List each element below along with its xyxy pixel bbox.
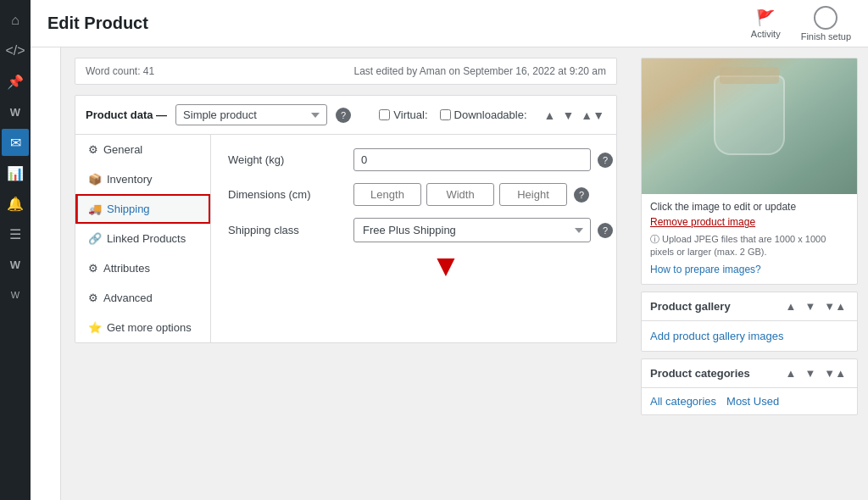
attributes-icon: ⚙ <box>88 262 98 275</box>
product-image[interactable] <box>642 58 857 194</box>
stats-icon[interactable]: 📊 <box>2 159 29 186</box>
collapse-icons: ▲ ▼ ▲▼ <box>542 107 606 124</box>
length-input[interactable] <box>353 183 421 206</box>
red-arrow-icon: ▲ <box>431 251 461 286</box>
most-used-link[interactable]: Most Used <box>726 395 779 408</box>
gallery-collapse-all-btn[interactable]: ▼▲ <box>821 299 849 314</box>
downloadable-label[interactable]: Downloadable: <box>440 108 527 121</box>
image-click-text: Click the image to edit or update <box>650 201 796 213</box>
inventory-icon: 📦 <box>88 173 102 186</box>
downloadable-checkbox[interactable] <box>440 109 451 120</box>
product-gallery-title: Product gallery <box>650 300 731 313</box>
nav-item-inventory-label: Inventory <box>107 173 152 186</box>
flag-icon: 🚩 <box>756 8 775 27</box>
how-to-prepare-link[interactable]: How to prepare images? <box>650 263 849 277</box>
gallery-collapse-up-btn[interactable]: ▲ <box>783 299 799 314</box>
content-row: Word count: 41 Last edited by Aman on Se… <box>31 47 868 500</box>
width-input[interactable] <box>426 183 494 206</box>
nav-item-attributes[interactable]: ⚙ Attributes <box>75 253 210 283</box>
product-categories-header: Product categories ▲ ▼ ▼▲ <box>642 359 857 388</box>
shipping-class-row: Shipping class No shipping class Free Pl… <box>228 218 613 242</box>
list-icon[interactable]: ☰ <box>2 220 29 247</box>
product-type-select[interactable]: Simple product Grouped product External/… <box>175 104 327 125</box>
woo-icon[interactable]: W <box>2 98 29 125</box>
collapse-all-btn[interactable]: ▲▼ <box>579 107 606 124</box>
shipping-class-select-wrapper: No shipping class Free Plus Shipping <box>353 218 591 242</box>
dimensions-row: Dimensions (cm) ? <box>228 183 613 206</box>
activity-button[interactable]: 🚩 Activity <box>751 8 781 39</box>
woo3-icon[interactable]: W <box>2 281 29 308</box>
last-edited: Last edited by Aman on September 16, 202… <box>353 65 606 77</box>
bell-icon[interactable]: 🔔 <box>2 190 29 217</box>
woo2-icon[interactable]: W <box>2 251 29 278</box>
linked-products-icon: 🔗 <box>88 232 102 245</box>
product-gallery-header: Product gallery ▲ ▼ ▼▲ <box>642 292 857 321</box>
product-categories-content: All categories Most Used <box>642 388 857 414</box>
product-type-help-icon[interactable]: ? <box>336 108 351 123</box>
product-image-actions: Click the image to edit or update Remove… <box>642 194 857 284</box>
product-image-box: Click the image to edit or update Remove… <box>641 58 858 285</box>
product-data-section: Product data — Simple product Grouped pr… <box>75 95 617 343</box>
weight-label: Weight (kg) <box>228 153 347 166</box>
admin-bar: ⌂ </> 📌 W ✉ 📊 🔔 ☰ W W <box>0 0 31 500</box>
nav-item-attributes-label: Attributes <box>103 262 150 275</box>
main-wrapper: Edit Product 🚩 Activity Finish setup Wor… <box>31 0 868 500</box>
shipping-class-select[interactable]: No shipping class Free Plus Shipping <box>353 218 591 242</box>
product-categories-box: Product categories ▲ ▼ ▼▲ All categories… <box>641 358 858 415</box>
weight-input[interactable] <box>353 148 591 171</box>
categories-collapse-down-btn[interactable]: ▼ <box>802 366 818 381</box>
product-data-label: Product data — <box>86 108 167 121</box>
nav-item-linked-products-label: Linked Products <box>107 232 186 245</box>
collapse-up-btn[interactable]: ▲ <box>542 107 558 124</box>
activity-label: Activity <box>751 29 781 39</box>
shipping-class-help-icon[interactable]: ? <box>598 223 613 238</box>
nav-item-shipping[interactable]: 🚚 Shipping <box>75 194 210 224</box>
nav-item-get-more-options[interactable]: ⭐ Get more options <box>75 313 210 342</box>
nav-item-general[interactable]: ⚙ General <box>75 135 210 164</box>
nav-item-advanced[interactable]: ⚙ Advanced <box>75 283 210 313</box>
categories-row: All categories Most Used <box>650 395 849 408</box>
dimensions-help-icon[interactable]: ? <box>574 187 589 203</box>
top-header: Edit Product 🚩 Activity Finish setup <box>31 0 868 47</box>
nav-item-get-more-options-label: Get more options <box>107 321 192 334</box>
edit-area: Word count: 41 Last edited by Aman on Se… <box>61 47 631 500</box>
gallery-collapse-down-btn[interactable]: ▼ <box>802 299 818 314</box>
advanced-icon: ⚙ <box>88 292 98 304</box>
word-count-bar: Word count: 41 Last edited by Aman on Se… <box>75 58 617 85</box>
collapse-down-btn[interactable]: ▼ <box>560 107 576 124</box>
weight-help-icon[interactable]: ? <box>598 153 613 168</box>
general-icon: ⚙ <box>88 143 98 156</box>
nav-item-advanced-label: Advanced <box>103 292 153 304</box>
categories-collapse-up-btn[interactable]: ▲ <box>783 366 799 381</box>
home-icon[interactable]: ⌂ <box>2 7 29 34</box>
virtual-label[interactable]: Virtual: <box>379 108 427 121</box>
nav-item-shipping-label: Shipping <box>107 203 150 215</box>
gallery-box-actions: ▲ ▼ ▼▲ <box>783 299 849 314</box>
finish-setup-button[interactable]: Finish setup <box>801 6 851 42</box>
header-actions: 🚩 Activity Finish setup <box>751 6 851 42</box>
product-data-nav: ⚙ General 📦 Inventory 🚚 Shipping 🔗 <box>75 135 211 342</box>
upload-note-text: ⓘ <box>650 234 662 244</box>
all-categories-link[interactable]: All categories <box>650 395 716 408</box>
mail-icon[interactable]: ✉ <box>2 129 29 156</box>
nav-item-inventory[interactable]: 📦 Inventory <box>75 164 210 194</box>
product-gallery-content: Add product gallery images <box>642 321 857 351</box>
height-input[interactable] <box>499 183 567 206</box>
dimensions-inputs <box>353 183 567 206</box>
shipping-icon: 🚚 <box>88 203 102 215</box>
categories-box-actions: ▲ ▼ ▼▲ <box>783 366 849 381</box>
nav-item-linked-products[interactable]: 🔗 Linked Products <box>75 224 210 253</box>
nav-item-general-label: General <box>103 143 142 156</box>
categories-collapse-all-btn[interactable]: ▼▲ <box>821 366 849 381</box>
code-icon[interactable]: </> <box>2 37 29 64</box>
circle-icon <box>814 6 837 30</box>
jar-image <box>642 58 857 194</box>
remove-product-image-link[interactable]: Remove product image <box>650 216 849 228</box>
dimensions-label: Dimensions (cm) <box>228 188 347 201</box>
product-categories-title: Product categories <box>650 367 750 380</box>
pin-icon[interactable]: 📌 <box>2 68 29 95</box>
virtual-checkbox[interactable] <box>379 109 390 120</box>
right-panel: Click the image to edit or update Remove… <box>631 47 868 500</box>
upload-note: ⓘ Upload JPEG files that are 1000 x 1000… <box>650 233 849 277</box>
add-gallery-images-link[interactable]: Add product gallery images <box>650 330 784 342</box>
